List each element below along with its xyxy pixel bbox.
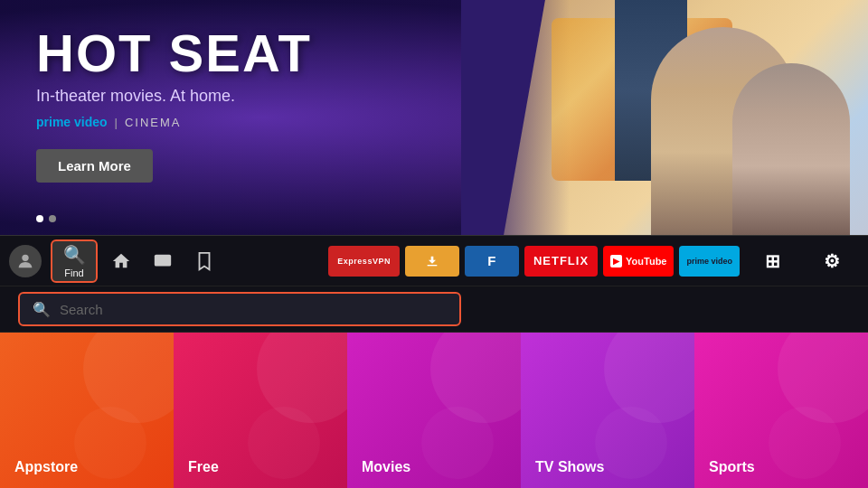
find-button[interactable]: 🔍 Find xyxy=(51,239,98,283)
category-free[interactable]: Free xyxy=(174,333,347,488)
hero-subtitle: In-theater movies. At home. xyxy=(36,87,312,106)
hero-image-area xyxy=(461,0,868,235)
prime-video-logo: prime video xyxy=(36,115,108,129)
tv-button[interactable] xyxy=(145,243,181,279)
youtube-app[interactable]: ▶ YouTube xyxy=(603,246,674,277)
category-appstore[interactable]: Appstore xyxy=(0,333,174,488)
settings-button[interactable]: ⚙ xyxy=(805,246,859,277)
category-tvshows-label: TV Shows xyxy=(535,459,604,475)
search-icon: 🔍 xyxy=(63,244,86,266)
app-shortcuts: ExpressVPN F NETFLIX ▶ YouTube prime vid… xyxy=(328,246,859,277)
prime-video-app[interactable]: prime video xyxy=(679,246,740,277)
hero-brand: prime video | CINEMA xyxy=(36,115,312,129)
category-tvshows[interactable]: TV Shows xyxy=(521,333,694,488)
search-bar-icon: 🔍 xyxy=(33,301,51,318)
dot-1[interactable] xyxy=(36,215,43,222)
search-bar-area: 🔍 Search xyxy=(0,286,868,333)
svg-rect-2 xyxy=(428,265,438,266)
category-sports-label: Sports xyxy=(709,459,755,475)
prime-video-text: prime video xyxy=(36,115,108,129)
navbar: 🔍 Find ExpressVPN F NETFLIX ▶ YouTube xyxy=(0,235,868,286)
search-bar[interactable]: 🔍 Search xyxy=(18,292,461,326)
downloader-app[interactable] xyxy=(405,246,459,277)
category-sports[interactable]: Sports xyxy=(694,333,868,488)
svg-rect-1 xyxy=(155,254,171,266)
svg-point-0 xyxy=(22,254,28,260)
hero-content: HOT SEAT In-theater movies. At home. pri… xyxy=(36,27,312,183)
brand-divider: | xyxy=(115,116,118,129)
category-appstore-label: Appstore xyxy=(14,459,78,475)
bookmark-button[interactable] xyxy=(186,243,222,279)
home-button[interactable] xyxy=(103,243,139,279)
search-placeholder: Search xyxy=(60,302,103,317)
category-movies-label: Movies xyxy=(362,459,410,475)
apps-grid-button[interactable]: ⊞ xyxy=(745,246,799,277)
hero-dots xyxy=(36,215,56,222)
cinema-label: CINEMA xyxy=(125,116,182,129)
user-avatar[interactable] xyxy=(9,245,42,277)
dot-2[interactable] xyxy=(49,215,56,222)
hero-title: HOT SEAT xyxy=(36,27,312,80)
netflix-app[interactable]: NETFLIX xyxy=(524,246,598,277)
category-movies[interactable]: Movies xyxy=(347,333,521,488)
hero-person-2 xyxy=(732,63,850,235)
expressvpn-app[interactable]: ExpressVPN xyxy=(328,246,400,277)
find-label: Find xyxy=(64,267,83,278)
f-app[interactable]: F xyxy=(465,246,519,277)
hero-banner: HOT SEAT In-theater movies. At home. pri… xyxy=(0,0,868,235)
category-tiles: Appstore Free Movies TV Shows Sports xyxy=(0,333,868,488)
category-free-label: Free xyxy=(188,459,219,475)
learn-more-button[interactable]: Learn More xyxy=(36,149,153,183)
